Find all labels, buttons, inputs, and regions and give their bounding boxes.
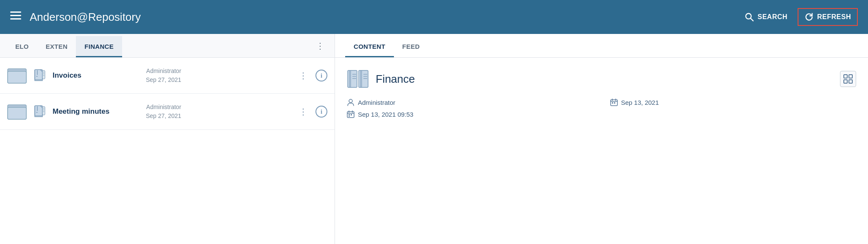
tab-elo[interactable]: ELO <box>7 36 37 57</box>
svg-rect-7 <box>35 70 42 80</box>
svg-line-4 <box>751 18 754 21</box>
item-name: Invoices <box>53 71 137 80</box>
svg-rect-42 <box>349 114 350 115</box>
refresh-icon <box>804 12 814 22</box>
grid-icon <box>843 74 853 84</box>
svg-text:i: i <box>321 72 322 79</box>
svg-rect-28 <box>849 75 852 78</box>
svg-point-31 <box>349 99 352 103</box>
info-icon[interactable]: i <box>315 105 328 118</box>
tab-finance[interactable]: FINANCE <box>76 36 122 57</box>
svg-rect-18 <box>349 70 351 87</box>
item-name: Meeting minutes <box>53 107 137 116</box>
calendar-icon <box>610 98 618 106</box>
detail-content: Finance Administr <box>335 58 868 244</box>
file-list: Invoices Administrator Sep 27, 2021 ⋮ i <box>0 58 335 244</box>
svg-rect-29 <box>844 80 847 83</box>
search-button[interactable]: SEARCH <box>739 9 793 25</box>
svg-rect-6 <box>8 71 26 83</box>
svg-rect-8 <box>42 70 45 79</box>
modified-calendar-icon <box>347 110 354 118</box>
header: Anderson@Repository SEARCH REFRESH <box>0 0 868 34</box>
info-icon[interactable]: i <box>315 69 328 82</box>
detail-date-modified: Sep 13, 2021 09:53 <box>347 110 593 118</box>
item-content: Meeting minutes Administrator Sep 27, 20… <box>53 103 290 121</box>
header-actions: SEARCH REFRESH <box>739 8 858 26</box>
svg-rect-27 <box>844 75 847 78</box>
main-content: ELO EXTEN FINANCE ⋮ <box>0 34 868 244</box>
detail-date-created: Sep 13, 2021 <box>610 98 857 106</box>
svg-rect-13 <box>35 106 42 116</box>
document-icon <box>33 105 47 118</box>
folder-icon <box>7 65 27 86</box>
item-more-icon[interactable]: ⋮ <box>296 69 310 82</box>
item-meta: Administrator Sep 27, 2021 <box>146 67 181 84</box>
list-item[interactable]: Invoices Administrator Sep 27, 2021 ⋮ i <box>0 58 335 94</box>
list-item[interactable]: Meeting minutes Administrator Sep 27, 20… <box>0 94 335 130</box>
app-title: Anderson@Repository <box>30 11 739 24</box>
grid-view-button[interactable] <box>840 71 856 87</box>
tabs-more-icon[interactable]: ⋮ <box>313 39 328 53</box>
search-icon <box>745 12 754 22</box>
right-panel: CONTENT FEED <box>335 34 868 244</box>
detail-header: Finance <box>347 68 856 90</box>
tab-feed[interactable]: FEED <box>394 36 428 57</box>
right-tabs: CONTENT FEED <box>335 34 868 58</box>
left-panel: ELO EXTEN FINANCE ⋮ <box>0 34 335 244</box>
document-icon <box>33 69 47 82</box>
svg-rect-36 <box>612 102 613 104</box>
svg-rect-37 <box>614 102 615 104</box>
svg-rect-0 <box>10 11 21 13</box>
svg-rect-20 <box>360 70 362 87</box>
svg-rect-1 <box>10 15 21 16</box>
svg-text:i: i <box>321 108 322 115</box>
svg-rect-43 <box>351 114 352 115</box>
tab-content[interactable]: CONTENT <box>345 36 394 57</box>
menu-icon[interactable] <box>10 11 21 22</box>
refresh-button[interactable]: REFRESH <box>798 8 858 26</box>
svg-rect-2 <box>10 18 21 20</box>
user-icon <box>347 98 354 106</box>
detail-title: Finance <box>376 73 833 86</box>
left-tabs: ELO EXTEN FINANCE ⋮ <box>0 34 335 58</box>
svg-rect-44 <box>349 116 350 117</box>
item-content: Invoices Administrator Sep 27, 2021 <box>53 67 290 84</box>
item-actions: ⋮ i <box>296 105 328 118</box>
tab-exten[interactable]: EXTEN <box>37 36 76 57</box>
item-meta: Administrator Sep 27, 2021 <box>146 103 181 121</box>
item-actions: ⋮ i <box>296 69 328 82</box>
detail-folder-icon <box>347 68 369 90</box>
detail-user: Administrator <box>347 98 593 106</box>
item-more-icon[interactable]: ⋮ <box>296 105 310 118</box>
svg-rect-12 <box>8 107 26 119</box>
svg-rect-14 <box>42 107 45 115</box>
detail-meta: Administrator Sep 13, 2021 <box>347 98 856 118</box>
folder-icon <box>7 101 27 122</box>
svg-rect-30 <box>849 80 852 83</box>
